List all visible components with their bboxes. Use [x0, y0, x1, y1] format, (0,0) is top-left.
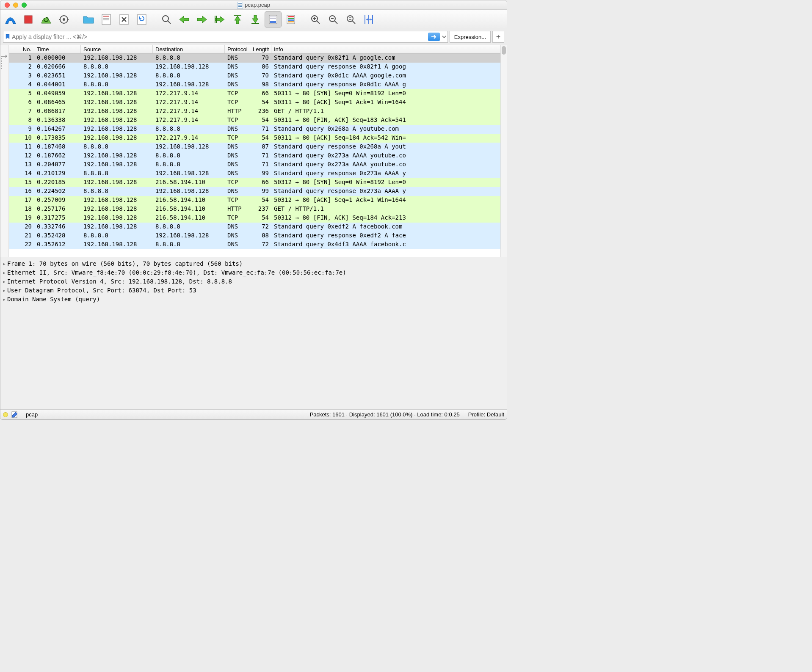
titlebar: pcap.pcap	[0, 0, 507, 10]
svg-point-2	[63, 18, 65, 21]
column-header-source[interactable]: Source	[81, 45, 153, 53]
packet-row[interactable]: 130.204877192.168.198.1288.8.8.8DNS71Sta…	[9, 160, 507, 169]
main-toolbar	[0, 10, 507, 29]
go-first-packet-button[interactable]	[229, 11, 246, 28]
column-header-info[interactable]: Info	[271, 45, 507, 53]
scrollbar-thumb[interactable]	[502, 46, 506, 55]
expression-button[interactable]: Expression...	[450, 31, 491, 43]
status-file-label: pcap	[26, 411, 38, 418]
open-file-button[interactable]	[80, 11, 97, 28]
packet-row[interactable]: 160.2245028.8.8.8192.168.198.128DNS99Sta…	[9, 187, 507, 196]
close-file-button[interactable]	[116, 11, 133, 28]
disclosure-triangle-icon[interactable]: ▸	[1, 269, 7, 276]
packet-row[interactable]: 170.257009192.168.198.128216.58.194.110T…	[9, 196, 507, 205]
status-profile-label[interactable]: Profile: Default	[468, 411, 504, 418]
svg-rect-26	[288, 19, 294, 21]
packet-row[interactable]: 70.086817192.168.198.128172.217.9.14HTTP…	[9, 107, 507, 116]
packet-list-body[interactable]: 10.000000192.168.198.1288.8.8.8DNS70Stan…	[9, 54, 507, 257]
status-bar: pcap Packets: 1601 · Displayed: 1601 (10…	[0, 409, 507, 419]
packet-row[interactable]: 220.352612192.168.198.1288.8.8.8DNS72Sta…	[9, 240, 507, 249]
column-header-no[interactable]: No.	[9, 45, 34, 53]
packet-row[interactable]: 100.173835192.168.198.128172.217.9.14TCP…	[9, 134, 507, 143]
packet-row[interactable]: 150.220185192.168.198.128216.58.194.110T…	[9, 178, 507, 187]
restart-capture-button[interactable]	[38, 11, 55, 28]
column-header-length[interactable]: Length	[250, 45, 271, 53]
detail-tree-item[interactable]: ▸Ethernet II, Src: Vmware_f8:4e:70 (00:0…	[1, 268, 506, 277]
disclosure-triangle-icon[interactable]: ▸	[1, 260, 7, 267]
zoom-reset-button[interactable]	[342, 11, 359, 28]
packet-row[interactable]: 90.164267192.168.198.1288.8.8.8DNS71Stan…	[9, 125, 507, 134]
display-filter-input[interactable]	[10, 32, 428, 42]
packet-row[interactable]: 80.136338192.168.198.128172.217.9.14TCP5…	[9, 116, 507, 125]
column-header-destination[interactable]: Destination	[153, 45, 225, 53]
svg-line-14	[168, 21, 171, 24]
detail-tree-item[interactable]: ▸Internet Protocol Version 4, Src: 192.1…	[1, 277, 506, 286]
packet-list-scrollbar[interactable]	[500, 45, 507, 257]
packet-row[interactable]: 50.049059192.168.198.128172.217.9.14TCP6…	[9, 89, 507, 98]
resize-columns-button[interactable]	[360, 11, 377, 28]
svg-line-29	[317, 21, 320, 24]
zoom-out-button[interactable]	[325, 11, 342, 28]
svg-rect-8	[103, 16, 109, 17]
packet-list-pane: No. Time Source Destination Protocol Len…	[0, 45, 507, 257]
zoom-in-button[interactable]	[307, 11, 324, 28]
go-back-button[interactable]	[176, 11, 193, 28]
packet-row[interactable]: 120.187662192.168.198.1288.8.8.8DNS71Sta…	[9, 151, 507, 160]
svg-rect-24	[288, 16, 294, 17]
detail-tree-item[interactable]: ▸Frame 1: 70 bytes on wire (560 bits), 7…	[1, 259, 506, 268]
svg-rect-12	[138, 14, 146, 25]
document-icon	[237, 2, 243, 8]
add-filter-button[interactable]: +	[492, 31, 504, 43]
packet-row[interactable]: 10.000000192.168.198.1288.8.8.8DNS70Stan…	[9, 54, 507, 63]
shark-fin-icon[interactable]	[2, 11, 19, 28]
app-window: pcap.pcap Expressi	[0, 0, 507, 420]
find-packet-button[interactable]	[158, 11, 175, 28]
packet-row[interactable]: 40.0440018.8.8.8192.168.198.128DNS98Stan…	[9, 80, 507, 89]
reload-file-button[interactable]	[133, 11, 150, 28]
go-forward-button[interactable]	[193, 11, 210, 28]
detail-tree-item[interactable]: ▸Domain Name System (query)	[1, 295, 506, 303]
capture-options-button[interactable]	[55, 11, 72, 28]
svg-rect-9	[103, 18, 109, 19]
filter-field-container	[3, 31, 448, 43]
packet-row[interactable]: 210.3524288.8.8.8192.168.198.128DNS88Sta…	[9, 231, 507, 240]
packet-detail-pane[interactable]: ▸Frame 1: 70 bytes on wire (560 bits), 7…	[0, 257, 507, 409]
packet-row[interactable]: 140.2101298.8.8.8192.168.198.128DNS99Sta…	[9, 169, 507, 178]
packet-list-gutter	[0, 45, 9, 257]
filter-history-dropdown[interactable]	[441, 33, 447, 41]
svg-point-35	[347, 16, 353, 22]
disclosure-triangle-icon[interactable]: ▸	[1, 278, 7, 285]
svg-line-33	[334, 21, 337, 24]
save-file-button[interactable]	[98, 11, 115, 28]
packet-row[interactable]: 190.317275192.168.198.128216.58.194.110T…	[9, 214, 507, 223]
expert-info-button[interactable]	[3, 412, 8, 417]
disclosure-triangle-icon[interactable]: ▸	[1, 287, 7, 294]
disclosure-triangle-icon[interactable]: ▸	[1, 296, 7, 303]
svg-point-13	[163, 16, 168, 22]
window-title: pcap.pcap	[0, 2, 507, 8]
column-header-time[interactable]: Time	[34, 45, 81, 53]
packet-row[interactable]: 20.0206668.8.8.8192.168.198.128DNS86Stan…	[9, 63, 507, 72]
packet-row[interactable]: 60.086465192.168.198.128172.217.9.14TCP5…	[9, 98, 507, 107]
packet-row[interactable]: 180.257176192.168.198.128216.58.194.110H…	[9, 205, 507, 214]
apply-filter-button[interactable]	[428, 33, 440, 41]
colorize-button[interactable]	[282, 11, 299, 28]
auto-scroll-button[interactable]	[265, 11, 282, 28]
stop-capture-button[interactable]	[20, 11, 37, 28]
bookmark-icon[interactable]	[5, 33, 10, 40]
packet-row[interactable]: 30.023651192.168.198.1288.8.8.8DNS70Stan…	[9, 72, 507, 80]
packet-row[interactable]: 110.1874688.8.8.8192.168.198.128DNS87Sta…	[9, 143, 507, 151]
go-last-packet-button[interactable]	[247, 11, 264, 28]
edit-capture-comment-icon[interactable]	[11, 411, 18, 418]
svg-rect-10	[103, 19, 109, 20]
status-packets-label: Packets: 1601 · Displayed: 1601 (100.0%)…	[310, 411, 460, 418]
detail-tree-item[interactable]: ▸User Datagram Protocol, Src Port: 63874…	[1, 286, 506, 295]
filter-toolbar: Expression... +	[0, 29, 507, 45]
svg-rect-22	[270, 21, 276, 23]
svg-line-36	[352, 21, 355, 24]
packet-row[interactable]: 200.332746192.168.198.1288.8.8.8DNS72Sta…	[9, 223, 507, 231]
svg-rect-25	[288, 18, 294, 19]
go-to-packet-button[interactable]	[211, 11, 228, 28]
column-header-protocol[interactable]: Protocol	[225, 45, 250, 53]
packet-list-header[interactable]: No. Time Source Destination Protocol Len…	[9, 45, 507, 54]
